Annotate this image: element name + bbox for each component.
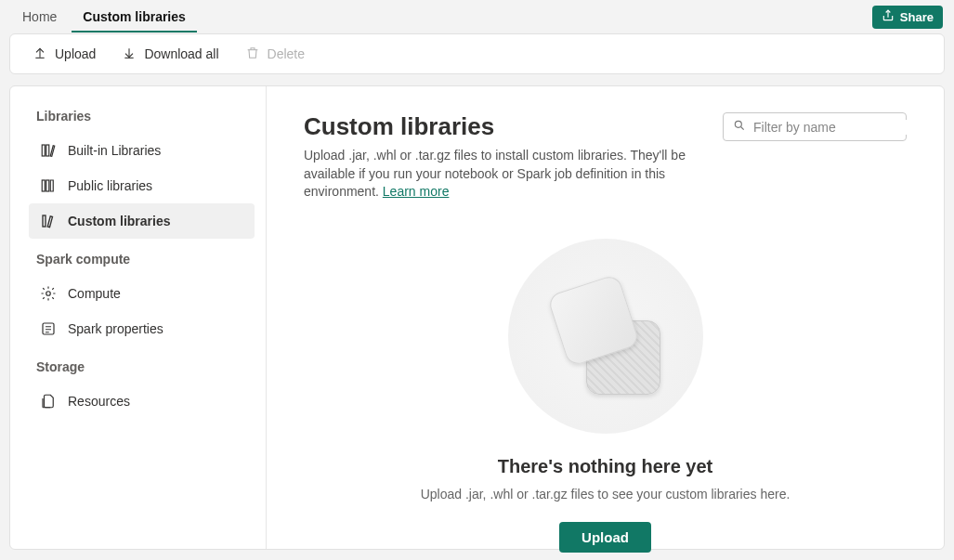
filter-input-wrapper[interactable] [723,112,907,141]
search-icon [733,119,746,135]
tab-home[interactable]: Home [11,2,68,33]
sidebar-item-public-libraries[interactable]: Public libraries [29,168,255,203]
empty-title: There's nothing here yet [498,456,712,477]
sidebar-item-label: Built-in Libraries [68,143,161,158]
toolbar-upload-button[interactable]: Upload [27,42,101,67]
page-description: Upload .jar, .whl or .tar.gz files to in… [304,147,700,202]
sidebar-item-label: Public libraries [68,178,152,193]
share-label: Share [900,10,934,24]
books-icon [40,177,57,194]
toolbar-upload-label: Upload [55,46,96,61]
gear-icon [40,285,57,302]
tab-custom-libraries[interactable]: Custom libraries [72,2,196,33]
sidebar-item-label: Custom libraries [68,214,170,228]
trash-icon [245,46,260,63]
toolbar-delete-label: Delete [268,46,305,61]
svg-rect-3 [46,180,49,191]
share-icon [882,9,895,25]
file-icon [40,393,57,410]
sidebar-section-storage-title: Storage [36,359,247,374]
svg-point-5 [46,292,51,296]
sidebar-item-resources[interactable]: Resources [29,384,255,419]
books-icon [40,213,57,229]
page-title: Custom libraries [304,112,700,141]
toolbar-download-label: Download all [144,46,218,61]
download-icon [122,46,137,63]
share-button[interactable]: Share [872,6,943,29]
toolbar-delete-button: Delete [240,42,310,67]
upload-icon [33,46,47,63]
sidebar: Libraries Built-in Libraries Public libr… [10,86,267,549]
empty-state: There's nothing here yet Upload .jar, .w… [304,239,907,553]
sidebar-item-compute[interactable]: Compute [29,276,255,311]
sidebar-item-label: Compute [68,286,121,301]
books-icon [40,142,57,159]
page-description-text: Upload .jar, .whl or .tar.gz files to in… [304,148,686,199]
sidebar-item-custom-libraries[interactable]: Custom libraries [29,203,255,239]
sidebar-item-builtin-libraries[interactable]: Built-in Libraries [29,133,255,168]
toolbar-download-button[interactable]: Download all [116,42,224,67]
filter-input[interactable] [753,120,916,135]
svg-rect-1 [46,145,49,156]
sidebar-item-label: Spark properties [68,321,163,336]
svg-rect-2 [42,180,45,191]
svg-point-7 [735,121,741,127]
sidebar-section-spark-title: Spark compute [36,252,247,267]
svg-rect-0 [42,145,45,156]
empty-state-artwork [508,239,703,434]
sidebar-item-spark-properties[interactable]: Spark properties [29,311,255,346]
svg-rect-4 [43,215,46,227]
empty-upload-button[interactable]: Upload [559,522,651,553]
toolbar: Upload Download all Delete [9,33,945,74]
empty-subtitle: Upload .jar, .whl or .tar.gz files to se… [421,487,791,501]
header-tabs: Home Custom libraries [11,2,197,33]
sidebar-section-libraries-title: Libraries [36,109,247,124]
sidebar-item-label: Resources [68,394,130,409]
learn-more-link[interactable]: Learn more [383,184,450,199]
list-icon [40,320,57,337]
